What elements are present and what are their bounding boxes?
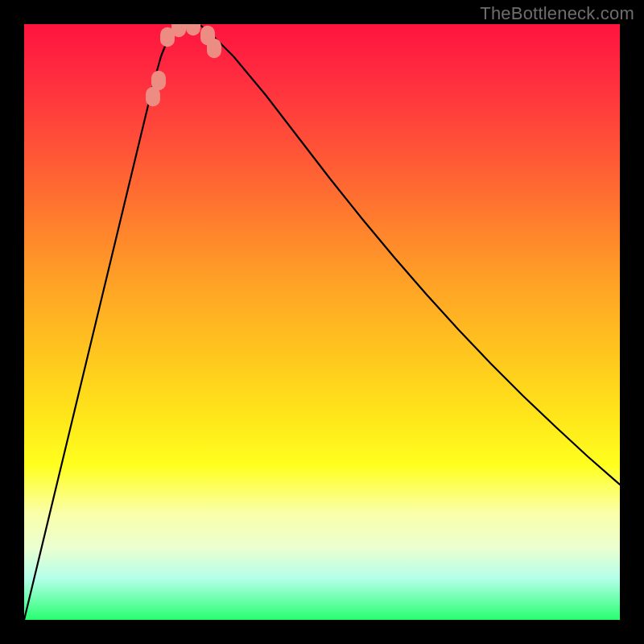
plot-area bbox=[24, 24, 620, 620]
point-a bbox=[146, 87, 160, 106]
point-f bbox=[200, 26, 215, 45]
curve-svg bbox=[24, 24, 620, 620]
marker-layer bbox=[146, 24, 221, 106]
curve-layer bbox=[24, 24, 620, 620]
point-b bbox=[151, 71, 166, 90]
watermark-text: TheBottleneck.com bbox=[480, 3, 634, 24]
point-d bbox=[171, 24, 186, 37]
bottleneck-curve-path bbox=[24, 24, 620, 620]
chart-frame: TheBottleneck.com bbox=[0, 0, 644, 644]
point-g bbox=[207, 39, 221, 58]
point-e bbox=[186, 24, 200, 35]
point-c bbox=[160, 27, 175, 47]
